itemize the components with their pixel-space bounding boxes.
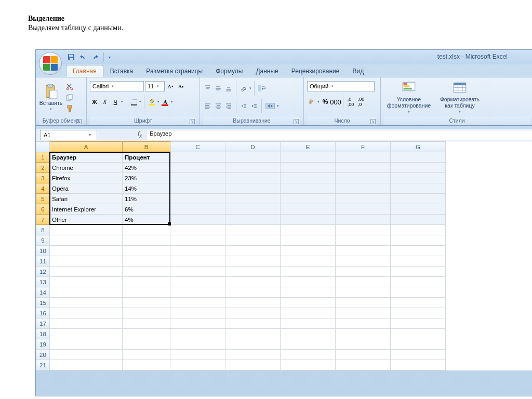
cell-E4[interactable] <box>281 183 336 194</box>
cell-G4[interactable] <box>391 183 446 194</box>
left-align-button[interactable] <box>203 101 212 111</box>
cell-D12[interactable] <box>225 267 281 277</box>
decrease-indent-button[interactable] <box>239 101 248 111</box>
cell-C9[interactable] <box>170 235 225 246</box>
row-header-9[interactable]: 9 <box>36 235 50 246</box>
dialog-launcher-icon[interactable]: ↘ <box>370 119 376 124</box>
cell-F2[interactable] <box>336 163 391 173</box>
cell-F7[interactable] <box>336 215 391 225</box>
row-header-1[interactable]: 1 <box>36 152 50 163</box>
tab-вид[interactable]: Вид <box>346 65 370 77</box>
cell-G20[interactable] <box>391 350 446 360</box>
col-header-A[interactable]: A <box>50 142 123 152</box>
row-header-21[interactable]: 21 <box>36 360 50 370</box>
comma-button[interactable]: 000 <box>331 97 340 107</box>
format-as-table-button[interactable]: Форматировать как таблицу ▾ <box>436 81 484 115</box>
cell-E17[interactable] <box>281 318 336 329</box>
cell-B17[interactable] <box>123 318 170 329</box>
orientation-button[interactable]: ab <box>239 84 248 93</box>
row-header-2[interactable]: 2 <box>36 163 50 173</box>
cell-F8[interactable] <box>336 225 391 235</box>
cell-F15[interactable] <box>336 298 391 308</box>
cell-C5[interactable] <box>170 194 225 204</box>
row-header-3[interactable]: 3 <box>36 173 50 183</box>
row-header-11[interactable]: 11 <box>36 256 50 267</box>
cell-B18[interactable] <box>123 329 170 339</box>
center-align-button[interactable] <box>214 101 223 111</box>
cell-G8[interactable] <box>391 225 446 235</box>
cell-B20[interactable] <box>123 350 170 360</box>
number-format-combo[interactable]: Общий▾ <box>307 81 375 91</box>
cell-A4[interactable]: Opera <box>50 183 123 194</box>
cell-E1[interactable] <box>281 152 336 163</box>
col-header-G[interactable]: G <box>391 142 446 152</box>
cell-C18[interactable] <box>170 329 225 339</box>
save-button[interactable] <box>66 52 76 62</box>
row-header-8[interactable]: 8 <box>36 225 50 235</box>
cell-D17[interactable] <box>225 318 281 329</box>
cell-C15[interactable] <box>170 298 225 308</box>
row-header-12[interactable]: 12 <box>36 267 50 277</box>
cell-F3[interactable] <box>336 173 391 183</box>
cell-G2[interactable] <box>391 163 446 173</box>
cell-D4[interactable] <box>225 183 281 194</box>
spreadsheet-grid[interactable]: ABCDEFG1БраузерПроцент2Chrome42%3Firefox… <box>36 141 532 370</box>
cell-C20[interactable] <box>170 350 225 360</box>
tab-главная[interactable]: Главная <box>66 65 103 77</box>
cell-B15[interactable] <box>123 298 170 308</box>
copy-button[interactable] <box>65 93 74 102</box>
col-header-F[interactable]: F <box>336 142 391 152</box>
percent-button[interactable]: % <box>321 97 330 107</box>
cell-C17[interactable] <box>170 318 225 329</box>
cell-E9[interactable] <box>281 235 336 246</box>
cell-G19[interactable] <box>391 339 446 350</box>
row-header-17[interactable]: 17 <box>36 318 50 329</box>
cell-D1[interactable] <box>225 152 281 163</box>
row-header-6[interactable]: 6 <box>36 204 50 215</box>
name-box[interactable]: A1▾ <box>40 130 97 140</box>
bottom-align-button[interactable] <box>224 84 233 93</box>
row-header-13[interactable]: 13 <box>36 277 50 287</box>
cell-A20[interactable] <box>50 350 123 360</box>
tab-рецензирование[interactable]: Рецензирование <box>285 65 346 77</box>
top-align-button[interactable] <box>203 84 212 93</box>
row-header-7[interactable]: 7 <box>36 215 50 225</box>
cell-A8[interactable] <box>50 225 123 235</box>
cell-F11[interactable] <box>336 256 391 267</box>
cell-E20[interactable] <box>281 350 336 360</box>
cell-E19[interactable] <box>281 339 336 350</box>
shrink-font-button[interactable]: A▾ <box>176 82 185 91</box>
cell-A1[interactable]: Браузер <box>50 152 123 163</box>
cell-C4[interactable] <box>170 183 225 194</box>
cell-D14[interactable] <box>225 287 281 298</box>
cell-E6[interactable] <box>281 204 336 215</box>
col-header-B[interactable]: B <box>123 142 170 152</box>
cell-G14[interactable] <box>391 287 446 298</box>
wrap-text-button[interactable] <box>257 84 267 93</box>
qat-customize[interactable]: ▾ <box>103 52 114 62</box>
col-header-D[interactable]: D <box>225 142 281 152</box>
row-header-5[interactable]: 5 <box>36 194 50 204</box>
font-name-combo[interactable]: Calibri▾ <box>90 81 144 91</box>
cell-A6[interactable]: Internet Explorer <box>50 204 123 215</box>
cell-F5[interactable] <box>336 194 391 204</box>
cell-G17[interactable] <box>391 318 446 329</box>
cell-B13[interactable] <box>123 277 170 287</box>
cell-F19[interactable] <box>336 339 391 350</box>
cell-C7[interactable] <box>170 215 225 225</box>
cell-A16[interactable] <box>50 308 123 318</box>
cell-C12[interactable] <box>170 267 225 277</box>
row-header-4[interactable]: 4 <box>36 183 50 194</box>
fx-icon[interactable]: fx <box>138 130 142 139</box>
cell-F1[interactable] <box>336 152 391 163</box>
cell-C19[interactable] <box>170 339 225 350</box>
cell-B5[interactable]: 11% <box>123 194 170 204</box>
cell-B6[interactable]: 6% <box>123 204 170 215</box>
cell-E11[interactable] <box>281 256 336 267</box>
cell-D13[interactable] <box>225 277 281 287</box>
cell-F4[interactable] <box>336 183 391 194</box>
cell-A15[interactable] <box>50 298 123 308</box>
cell-F13[interactable] <box>336 277 391 287</box>
accounting-format-button[interactable]: ₽ <box>307 97 316 107</box>
dialog-launcher-icon[interactable]: ↘ <box>294 119 299 124</box>
